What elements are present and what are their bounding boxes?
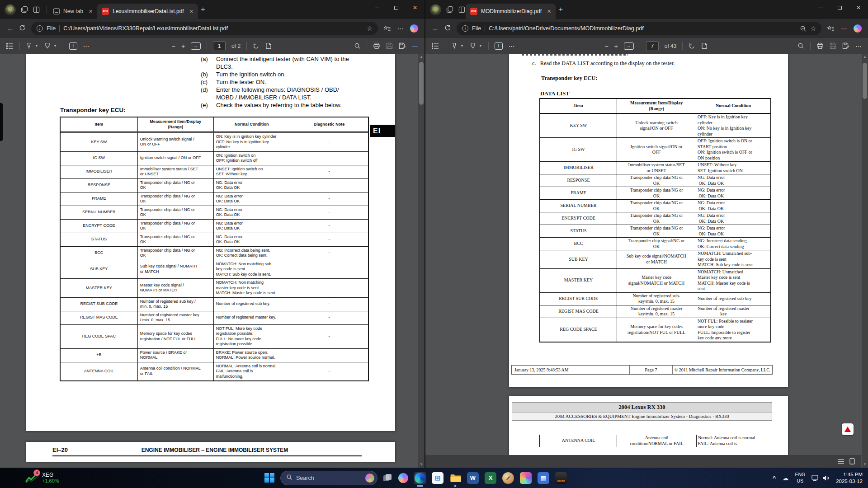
network-icon[interactable] (811, 474, 820, 481)
microsoft-store-icon[interactable]: ⊞ (432, 472, 443, 484)
vertical-scrollbar[interactable]: ▲ ▼ (418, 54, 425, 468)
tab-lexus-pdf[interactable]: PDF LexusImmobiliserDataList.pdf ✕ (97, 4, 198, 19)
chevron-down-icon[interactable]: ▼ (460, 44, 464, 48)
tab-stacks-icon[interactable] (446, 6, 453, 14)
toc-icon[interactable] (6, 43, 14, 49)
start-button[interactable] (264, 473, 274, 483)
favorites-hub-icon[interactable] (383, 25, 391, 32)
sidebar-handle[interactable] (0, 103, 3, 141)
save-as-icon[interactable] (842, 42, 849, 49)
rotate-icon[interactable] (253, 42, 259, 49)
tab-mod-pdf[interactable]: PDF MODImmobilizerDiag.pdf ✕ (466, 4, 556, 19)
page-info-icon[interactable]: i (462, 25, 468, 32)
tab-close-icon[interactable]: ✕ (89, 9, 93, 14)
toc-icon[interactable] (432, 43, 439, 49)
zoom-indicator-icon[interactable] (800, 25, 807, 32)
minimize-button[interactable]: ─ (368, 0, 387, 15)
refresh-icon[interactable] (19, 24, 26, 33)
refresh-icon[interactable] (444, 24, 451, 33)
word-app-icon[interactable]: W (467, 472, 479, 484)
print-icon[interactable] (816, 42, 824, 49)
url-field[interactable]: i File C:/Users/patri/Videos/RX330Repair… (31, 22, 378, 35)
split-screen-icon[interactable] (458, 6, 466, 14)
excel-app-icon[interactable]: X (485, 472, 496, 484)
highlighter-icon[interactable] (44, 42, 51, 49)
copilot-app-icon[interactable] (398, 473, 408, 483)
system-tray[interactable] (811, 474, 830, 481)
profile-avatar[interactable] (5, 4, 16, 15)
pdf-more-icon[interactable]: ⋯ (855, 42, 862, 50)
edge-app-icon[interactable] (414, 472, 426, 484)
tab-close-icon[interactable]: ✕ (547, 9, 551, 14)
game-app-icon[interactable]: UNITE (555, 472, 567, 484)
chevron-down-icon[interactable]: ▼ (53, 44, 57, 48)
highlighter-icon[interactable] (470, 42, 476, 49)
favorite-star-icon[interactable]: ☆ (810, 25, 816, 32)
back-icon[interactable]: ← (432, 24, 439, 33)
new-tab-button[interactable]: + (558, 5, 563, 14)
search-document-icon[interactable] (797, 42, 804, 49)
tray-overflow-icon[interactable]: ^ (773, 474, 776, 481)
fit-width-icon[interactable]: ↔ (191, 42, 201, 50)
scroll-down-icon[interactable]: ▼ (418, 461, 425, 468)
more-menu-icon[interactable]: ⋯ (841, 25, 847, 32)
chevron-down-icon[interactable]: ▼ (479, 44, 482, 48)
page-number-input[interactable] (213, 41, 226, 51)
search-highlight-image[interactable] (365, 474, 374, 483)
tab-close-icon[interactable]: ✕ (189, 9, 193, 14)
page-view-icon[interactable] (265, 42, 272, 49)
zoom-out-icon[interactable]: − (604, 42, 608, 50)
scroll-down-icon[interactable]: ▼ (862, 461, 868, 468)
taskbar-search[interactable]: Search (280, 471, 377, 485)
profile-avatar[interactable] (430, 4, 441, 15)
copilot-icon[interactable] (410, 24, 418, 33)
task-view-button[interactable] (383, 474, 392, 482)
thumbnail-list-icon[interactable] (838, 459, 844, 465)
close-button[interactable]: ✕ (849, 0, 868, 15)
search-document-icon[interactable] (354, 42, 361, 49)
chevron-down-icon[interactable]: ▼ (35, 44, 38, 48)
split-screen-icon[interactable] (33, 6, 40, 14)
rotate-icon[interactable] (689, 42, 695, 49)
pdf-viewport[interactable]: c. Read the DATA LIST according to the d… (425, 54, 868, 468)
url-text[interactable]: C:/Users/patri/OneDrive/Documents/MODImm… (489, 25, 796, 32)
zoom-in-icon[interactable]: + (181, 42, 185, 50)
back-icon[interactable]: ← (6, 24, 14, 33)
close-button[interactable]: ✕ (406, 0, 425, 15)
scroll-up-icon[interactable]: ▲ (418, 54, 425, 60)
page-view-icon[interactable] (701, 42, 708, 49)
zoom-in-icon[interactable]: + (614, 42, 618, 50)
zoom-out-icon[interactable]: − (172, 42, 175, 50)
scrollbar-thumb[interactable] (419, 62, 424, 105)
vertical-scrollbar[interactable]: ▲ ▼ (862, 54, 868, 468)
scroll-up-icon[interactable]: ▲ (862, 54, 868, 60)
add-text-icon[interactable]: T (495, 42, 503, 50)
page-number-input[interactable] (646, 41, 659, 51)
fit-width-icon[interactable]: ↔ (624, 42, 634, 50)
widgets-button[interactable]: 4 XEG +1.60% (25, 468, 59, 488)
language-switcher[interactable]: ENG US (795, 472, 805, 483)
new-tab-button[interactable]: + (201, 5, 205, 14)
photos-app-icon[interactable] (520, 472, 532, 484)
draw-pen-icon[interactable] (451, 42, 458, 49)
toolbar-more-icon[interactable]: ⋯ (83, 42, 90, 50)
adobe-acrobat-icon[interactable] (842, 423, 854, 435)
draw-pen-icon[interactable] (26, 42, 32, 49)
tab-new-tab[interactable]: New tab ✕ (49, 4, 97, 19)
more-menu-icon[interactable]: ⋯ (397, 25, 404, 32)
toolbar-more-icon[interactable]: ⋯ (509, 42, 515, 50)
favorites-hub-icon[interactable] (827, 25, 835, 32)
add-text-icon[interactable]: T (69, 42, 77, 50)
volume-icon[interactable] (822, 475, 830, 481)
url-text[interactable]: C:/Users/patri/Videos/RX330Repair/LexusI… (63, 25, 363, 32)
onedrive-icon[interactable]: ☁ (782, 474, 788, 482)
paint-app-icon[interactable] (502, 472, 514, 484)
calculator-app-icon[interactable]: ▦ (538, 472, 549, 484)
maximize-button[interactable] (387, 0, 406, 15)
save-as-icon[interactable] (399, 42, 406, 49)
tab-stacks-icon[interactable] (20, 6, 28, 14)
scrollbar-thumb[interactable] (863, 63, 867, 99)
single-page-icon[interactable] (849, 458, 855, 465)
file-explorer-icon[interactable] (449, 472, 461, 484)
minimize-button[interactable]: ─ (811, 0, 830, 15)
